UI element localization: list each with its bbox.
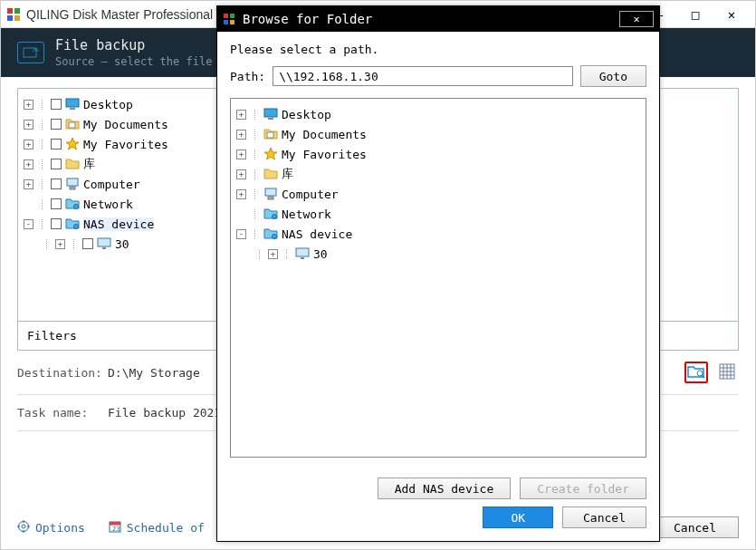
maximize-button[interactable]: □: [677, 2, 713, 27]
svg-rect-40: [265, 188, 276, 196]
tree-row-network[interactable]: Network: [236, 204, 640, 224]
svg-rect-45: [301, 257, 304, 259]
expander-icon[interactable]: +: [55, 239, 65, 249]
checkbox[interactable]: [51, 139, 62, 150]
svg-rect-9: [70, 187, 75, 189]
folder-doc-icon: [263, 127, 278, 141]
tree-item-label: Network: [83, 198, 133, 211]
tree-row-computer[interactable]: +Computer: [236, 184, 640, 204]
svg-rect-34: [230, 14, 234, 18]
schedule-link[interactable]: 23 Schedule of: [109, 520, 205, 536]
network-icon: [65, 197, 80, 211]
gear-icon: [17, 520, 30, 536]
expander-icon[interactable]: +: [24, 140, 33, 150]
svg-point-10: [74, 205, 79, 209]
svg-rect-0: [7, 8, 13, 14]
svg-rect-33: [224, 14, 228, 18]
page-title: File backup: [55, 37, 212, 53]
expander-icon[interactable]: +: [236, 110, 246, 120]
ok-button[interactable]: OK: [483, 507, 553, 528]
tree-row-desktop[interactable]: +Desktop: [236, 104, 640, 124]
computer-icon: [65, 177, 80, 191]
backup-scheme-button[interactable]: [715, 362, 739, 383]
dialog-title: Browse for Folder: [243, 12, 619, 26]
options-link[interactable]: Options: [17, 520, 85, 536]
app-logo-icon: [6, 7, 21, 22]
taskname-label: Task name:: [17, 406, 108, 420]
svg-rect-5: [66, 99, 79, 107]
expander-icon[interactable]: +: [236, 189, 246, 199]
checkbox[interactable]: [51, 159, 62, 169]
tree-row-my-favorites[interactable]: +My Favorites: [236, 144, 640, 164]
checkbox[interactable]: [51, 119, 62, 130]
dialog-titlebar[interactable]: Browse for Folder ✕: [217, 6, 659, 32]
path-input[interactable]: [273, 66, 573, 86]
expander-icon[interactable]: +: [24, 179, 33, 189]
svg-rect-31: [110, 522, 120, 525]
tree-row-my-documents[interactable]: +My Documents: [236, 124, 640, 144]
star-icon: [65, 137, 80, 151]
checkbox[interactable]: [82, 238, 93, 249]
checkbox[interactable]: [51, 218, 62, 229]
tree-item-label: NAS device: [282, 227, 352, 241]
checkbox[interactable]: [51, 179, 62, 189]
main-cancel-button[interactable]: Cancel: [651, 516, 739, 538]
svg-point-43: [273, 235, 277, 239]
add-nas-button[interactable]: Add NAS device: [378, 478, 512, 499]
tree-item-label: 库: [282, 166, 293, 182]
expander-icon[interactable]: -: [236, 229, 246, 239]
page-subtitle: Source — select the file: [55, 55, 212, 68]
svg-rect-7: [69, 122, 75, 128]
filters-label: Filters: [27, 329, 77, 343]
svg-point-11: [74, 225, 79, 229]
network-icon: [65, 217, 80, 231]
dialog-cancel-button[interactable]: Cancel: [562, 507, 646, 528]
svg-point-23: [19, 521, 29, 531]
svg-rect-38: [268, 118, 273, 120]
tree-item-label: 30: [313, 247, 328, 261]
tree-row-nas-device[interactable]: -NAS device: [236, 224, 640, 244]
expander-icon[interactable]: +: [236, 130, 246, 140]
expander-icon[interactable]: +: [24, 100, 33, 110]
svg-rect-1: [14, 8, 20, 14]
svg-rect-3: [14, 15, 20, 21]
svg-rect-13: [102, 247, 106, 249]
options-label: Options: [35, 521, 85, 535]
expander-icon[interactable]: +: [24, 159, 33, 169]
dialog-prompt: Please select a path.: [230, 43, 646, 56]
monitor-icon: [97, 236, 111, 251]
close-button[interactable]: ✕: [713, 2, 750, 27]
tree-item-label: My Documents: [83, 118, 168, 131]
desktop-icon: [65, 97, 80, 111]
expander-icon[interactable]: +: [236, 169, 246, 179]
expander-icon[interactable]: -: [24, 219, 33, 229]
expander-icon[interactable]: +: [268, 249, 278, 259]
svg-rect-39: [267, 132, 273, 138]
schedule-label: Schedule of: [127, 521, 205, 535]
dialog-tree[interactable]: +Desktop+My Documents+My Favorites+库+Com…: [230, 98, 646, 458]
svg-rect-35: [224, 20, 228, 24]
tree-item-label: Computer: [282, 188, 339, 201]
checkbox[interactable]: [51, 99, 62, 110]
folder-yellow-icon: [263, 167, 278, 181]
destination-label: Destination:: [17, 366, 108, 380]
goto-button[interactable]: Goto: [580, 65, 646, 87]
tree-row-30[interactable]: +30: [236, 244, 640, 264]
backup-header-icon: [17, 42, 44, 63]
tree-item-label: My Documents: [282, 128, 367, 141]
monitor-icon: [295, 246, 310, 261]
dialog-close-button[interactable]: ✕: [619, 11, 654, 27]
path-row: Path: Goto: [230, 65, 646, 87]
dialog-cube-icon: [223, 13, 235, 25]
expander-icon[interactable]: +: [236, 150, 246, 159]
network-icon: [263, 207, 278, 221]
browse-destination-button[interactable]: [684, 362, 708, 383]
tree-item-label: NAS device: [83, 217, 154, 231]
tree-item-label: Network: [282, 207, 331, 221]
star-icon: [263, 147, 278, 161]
tree-row-库[interactable]: +库: [236, 164, 640, 184]
expander-icon[interactable]: +: [24, 120, 33, 130]
svg-point-24: [22, 525, 25, 528]
checkbox[interactable]: [51, 198, 62, 209]
create-folder-button[interactable]: Create folder: [520, 478, 646, 499]
